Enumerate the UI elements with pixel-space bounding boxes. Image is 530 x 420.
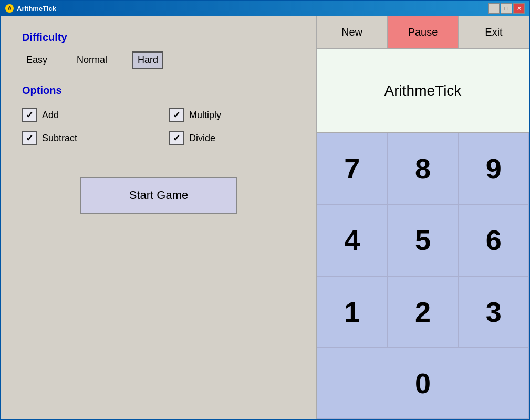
checkbox-add[interactable] — [22, 108, 37, 122]
title-bar: A ArithmeTick — □ ✕ — [1, 1, 529, 16]
numpad: 7 8 9 4 5 6 1 2 3 0 — [317, 133, 529, 419]
display-area: ArithmeTick — [317, 49, 529, 133]
difficulty-hard[interactable]: Hard — [132, 51, 163, 69]
num-3[interactable]: 3 — [458, 276, 529, 348]
right-panel: New Pause Exit ArithmeTick 7 8 9 4 5 6 1… — [316, 16, 529, 419]
difficulty-label: Difficulty — [22, 32, 295, 46]
num-1[interactable]: 1 — [317, 276, 388, 348]
option-multiply-label: Multiply — [189, 110, 221, 121]
start-game-button[interactable]: Start Game — [80, 177, 237, 214]
num-6[interactable]: 6 — [458, 204, 529, 276]
close-button[interactable]: ✕ — [513, 3, 525, 14]
options-section: Options Add Multiply Subtract — [22, 85, 295, 145]
option-subtract-label: Subtract — [42, 133, 77, 144]
num-0[interactable]: 0 — [317, 348, 529, 419]
checkbox-divide[interactable] — [169, 131, 184, 145]
num-2[interactable]: 2 — [388, 276, 459, 348]
exit-button[interactable]: Exit — [459, 16, 529, 48]
options-label: Options — [22, 85, 295, 99]
option-divide-label: Divide — [189, 133, 215, 144]
option-multiply[interactable]: Multiply — [169, 108, 295, 122]
checkbox-subtract[interactable] — [22, 131, 37, 145]
main-content: Difficulty Easy Normal Hard Options Add — [1, 16, 529, 419]
difficulty-easy[interactable]: Easy — [22, 52, 51, 68]
start-btn-container: Start Game — [22, 177, 295, 214]
display-text: ArithmeTick — [384, 82, 462, 99]
options-grid: Add Multiply Subtract Divide — [22, 108, 295, 145]
top-buttons: New Pause Exit — [317, 16, 529, 49]
num-5[interactable]: 5 — [388, 204, 459, 276]
option-divide[interactable]: Divide — [169, 131, 295, 145]
maximize-button[interactable]: □ — [501, 3, 512, 14]
difficulty-section: Difficulty Easy Normal Hard — [22, 32, 295, 69]
option-add-label: Add — [42, 110, 59, 121]
option-add[interactable]: Add — [22, 108, 148, 122]
minimize-button[interactable]: — — [488, 3, 500, 14]
pause-button[interactable]: Pause — [388, 16, 459, 48]
window-controls: — □ ✕ — [488, 3, 525, 14]
left-panel: Difficulty Easy Normal Hard Options Add — [1, 16, 316, 419]
checkbox-multiply[interactable] — [169, 108, 184, 122]
difficulty-normal[interactable]: Normal — [72, 52, 111, 68]
title-bar-left: A ArithmeTick — [5, 4, 56, 13]
app-window: A ArithmeTick — □ ✕ Difficulty Easy Norm… — [0, 0, 530, 420]
new-button[interactable]: New — [317, 16, 388, 48]
num-4[interactable]: 4 — [317, 204, 388, 276]
num-7[interactable]: 7 — [317, 133, 388, 204]
num-9[interactable]: 9 — [458, 133, 529, 204]
difficulty-row: Easy Normal Hard — [22, 51, 295, 69]
num-8[interactable]: 8 — [388, 133, 459, 204]
window-title: ArithmeTick — [17, 5, 56, 13]
option-subtract[interactable]: Subtract — [22, 131, 148, 145]
app-icon: A — [5, 4, 14, 13]
